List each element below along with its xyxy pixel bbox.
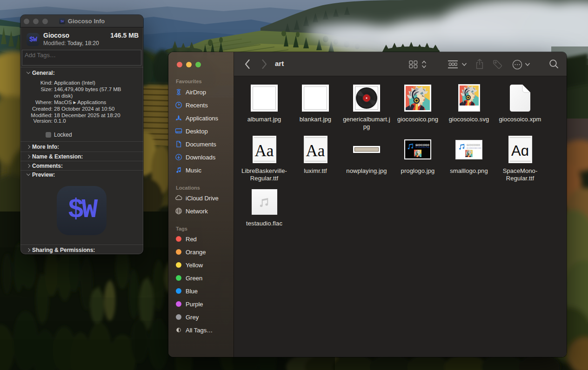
svg-text:Aa: Aa xyxy=(306,142,325,160)
svg-text:The Classical Music Player: The Classical Music Player xyxy=(415,146,430,148)
svg-text:GIOCOSO: GIOCOSO xyxy=(467,144,480,146)
svg-text:The Classical Music Player: The Classical Music Player xyxy=(467,147,481,148)
svg-text:Aɑ: Aɑ xyxy=(511,143,529,159)
svg-text:Aa: Aa xyxy=(254,142,274,160)
svg-text:GIOCOSO: GIOCOSO xyxy=(415,144,429,146)
